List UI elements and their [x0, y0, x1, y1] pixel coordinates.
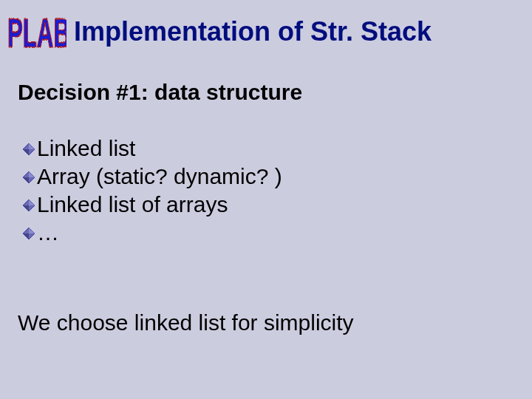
list-item: …: [22, 222, 282, 244]
diamond-bullet-icon: [22, 143, 35, 156]
slide-subtitle: Decision #1: data structure: [18, 80, 302, 105]
diamond-bullet-icon: [22, 199, 35, 212]
list-item: Linked list of arrays: [22, 194, 282, 216]
slide-title: Implementation of Str. Stack: [74, 16, 432, 47]
bullet-list: Linked list Array (static? dynamic? ) Li…: [22, 137, 282, 250]
list-item: Array (static? dynamic? ): [22, 166, 282, 188]
bullet-text: Array (static? dynamic? ): [37, 166, 282, 188]
slide: PLAB Implementation of Str. Stack Decisi…: [0, 0, 532, 399]
bullet-text: Linked list of arrays: [37, 194, 228, 216]
list-item: Linked list: [22, 137, 282, 160]
plab-logo: PLAB: [7, 6, 66, 52]
svg-text:PLAB: PLAB: [7, 10, 66, 52]
bullet-text: Linked list: [37, 137, 135, 160]
conclusion-text: We choose linked list for simplicity: [18, 310, 354, 335]
bullet-text: …: [37, 222, 59, 244]
diamond-bullet-icon: [22, 171, 35, 184]
diamond-bullet-icon: [22, 227, 35, 240]
